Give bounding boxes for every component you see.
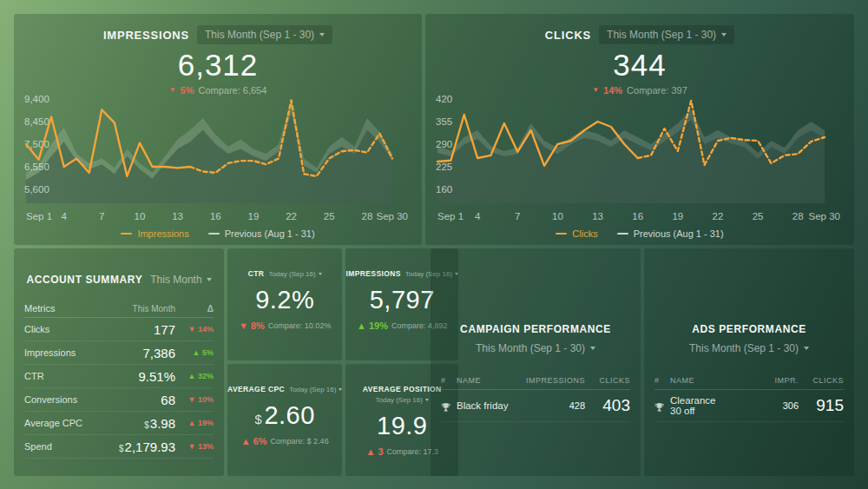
- card-range-selector[interactable]: Today (Sep 16): [376, 396, 429, 404]
- legend-label: Previous (Aug 1 - 31): [634, 228, 724, 239]
- card-range-selector[interactable]: Today (Sep 16): [268, 270, 321, 278]
- column-header-impressions: IMPRESSIONS: [516, 376, 585, 385]
- svg-text:7: 7: [515, 211, 520, 221]
- row-name: Clearance 30 off: [670, 395, 729, 416]
- card-header: CTRToday (Sep 16): [227, 269, 342, 278]
- row-clicks: 915: [799, 396, 844, 415]
- impressions-chart: 9,4008,4507,5006,5505,600Sep 14710131619…: [21, 92, 415, 224]
- campaign-performance-panel: CAMPAIGN PERFORMANCE This Month (Sep 1 -…: [431, 248, 641, 476]
- account-summary-panel: ACCOUNT SUMMARY This Month MetricsThis M…: [14, 248, 224, 476]
- impressions-legend-item[interactable]: Impressions: [121, 228, 188, 239]
- row-name: Black friday: [457, 400, 516, 411]
- metric-value: 7,386: [95, 346, 175, 360]
- card-title: IMPRESSIONS: [345, 269, 400, 278]
- metric-name: CTR: [24, 371, 95, 381]
- svg-text:420: 420: [436, 94, 452, 104]
- svg-text:Sep 1: Sep 1: [437, 211, 464, 221]
- delta-up-indicator: ▲ 3: [365, 446, 383, 457]
- delta-up-indicator: ▲ 6%: [241, 436, 267, 446]
- rank-cell: 🏆: [441, 398, 457, 413]
- column-header--: #: [654, 376, 670, 385]
- impressions-header: IMPRESSIONS This Month (Sep 1 - 30): [14, 14, 422, 44]
- currency-symbol: $: [144, 420, 149, 430]
- metric-delta: ▲ 19%: [175, 419, 214, 427]
- legend-dash-icon: [121, 233, 132, 235]
- card-range-label: Today (Sep 16): [289, 386, 336, 393]
- clicks-range-label: This Month (Sep 1 - 30): [607, 29, 716, 41]
- card-compare-row: ▼ 8%Compare: 10.02%: [227, 320, 342, 331]
- currency-symbol: $: [255, 412, 263, 426]
- table-header-row: #NAMEIMPR.CLICKS: [654, 372, 844, 390]
- legend-label: Impressions: [137, 228, 188, 239]
- svg-text:16: 16: [632, 211, 643, 221]
- impressions-panel: IMPRESSIONS This Month (Sep 1 - 30) 6,31…: [14, 14, 422, 245]
- svg-text:Sep 30: Sep 30: [809, 211, 840, 221]
- metric-value: $3.98: [95, 416, 175, 431]
- chevron-down-icon: [319, 33, 325, 36]
- legend-label: Clicks: [572, 228, 597, 239]
- clicks-legend-item[interactable]: Previous (Aug 1 - 31): [617, 228, 724, 239]
- metric-name: Spend: [24, 441, 95, 452]
- legend-dash-icon: [617, 233, 628, 235]
- svg-text:13: 13: [592, 211, 603, 221]
- row-impressions: 306: [729, 400, 799, 411]
- svg-text:10: 10: [552, 211, 563, 221]
- svg-text:28: 28: [361, 211, 372, 221]
- table-row: Impressions7,386▲ 5%: [24, 341, 214, 365]
- trophy-icon: 🏆: [654, 403, 664, 412]
- table-header-row: MetricsThis MonthΔ: [24, 300, 214, 318]
- row-impressions: 428: [516, 400, 585, 411]
- card-compare-label: Compare: $ 2.46: [271, 437, 329, 446]
- impressions-range-selector[interactable]: This Month (Sep 1 - 30): [197, 25, 332, 44]
- legend-dash-icon: [208, 233, 220, 235]
- metric-card-average-cpc: AVERAGE CPCToday (Sep 16)$2.60▲ 6%Compar…: [227, 364, 342, 476]
- metric-value: 9.51%: [95, 369, 175, 384]
- delta-down-indicator: ▼ 8%: [239, 320, 265, 331]
- table-row: Average CPC$3.98▲ 19%: [24, 412, 214, 435]
- clicks-legend-item[interactable]: Clicks: [556, 228, 597, 239]
- campaign-performance-table: #NAMEIMPRESSIONSCLICKS🏆Black friday42840…: [441, 372, 630, 422]
- clicks-value: 344: [425, 49, 854, 83]
- campaign-range-label: This Month (Sep 1 - 30): [476, 342, 585, 354]
- svg-text:6,550: 6,550: [24, 162, 49, 172]
- impressions-value: 6,312: [14, 49, 422, 83]
- clicks-range-selector[interactable]: This Month (Sep 1 - 30): [599, 25, 734, 44]
- table-row: Clicks177▼ 14%: [24, 318, 214, 341]
- svg-text:22: 22: [286, 211, 297, 221]
- chevron-down-icon: [721, 33, 727, 36]
- svg-text:8,450: 8,450: [24, 116, 49, 127]
- svg-text:7: 7: [99, 211, 104, 221]
- svg-text:160: 160: [436, 184, 452, 195]
- card-range-label: Today (Sep 16): [268, 270, 315, 278]
- table-header-row: #NAMEIMPRESSIONSCLICKS: [441, 372, 630, 390]
- impressions-title: IMPRESSIONS: [103, 29, 189, 42]
- rank-cell: 🏆: [654, 398, 670, 413]
- svg-text:290: 290: [436, 139, 452, 149]
- clicks-chart: 420355290225160Sep 14710131619222528Sep …: [432, 92, 847, 224]
- card-range-selector[interactable]: Today (Sep 16): [289, 386, 342, 393]
- metric-name: Conversions: [24, 394, 95, 405]
- svg-text:19: 19: [248, 211, 260, 221]
- metric-card-ctr: CTRToday (Sep 16)9.2%▼ 8%Compare: 10.02%: [227, 248, 342, 360]
- svg-text:22: 22: [713, 211, 724, 221]
- impressions-legend-item[interactable]: Previous (Aug 1 - 31): [208, 228, 315, 239]
- account-summary-range-selector[interactable]: This Month: [150, 274, 211, 286]
- ads-range-selector[interactable]: This Month (Sep 1 - 30): [644, 342, 854, 354]
- metric-delta: ▲ 32%: [175, 372, 214, 380]
- card-range-label: Today (Sep 16): [376, 396, 423, 404]
- column-header-clicks: CLICKS: [799, 376, 844, 385]
- legend-dash-icon: [556, 233, 567, 235]
- svg-text:Sep 30: Sep 30: [377, 211, 408, 221]
- account-summary-range-label: This Month: [150, 274, 201, 286]
- card-value: 9.2%: [227, 286, 342, 314]
- table-row: 🏆Black friday428403: [441, 390, 630, 422]
- metric-delta: ▲ 5%: [175, 348, 214, 357]
- campaign-range-selector[interactable]: This Month (Sep 1 - 30): [431, 342, 641, 354]
- svg-text:4: 4: [475, 211, 481, 221]
- legend-label: Previous (Aug 1 - 31): [225, 228, 315, 239]
- svg-text:25: 25: [324, 211, 335, 221]
- chevron-down-icon: [425, 399, 429, 401]
- account-summary-header: ACCOUNT SUMMARY This Month: [14, 248, 224, 286]
- chevron-down-icon: [319, 273, 322, 275]
- metric-delta: ▼ 10%: [175, 395, 214, 404]
